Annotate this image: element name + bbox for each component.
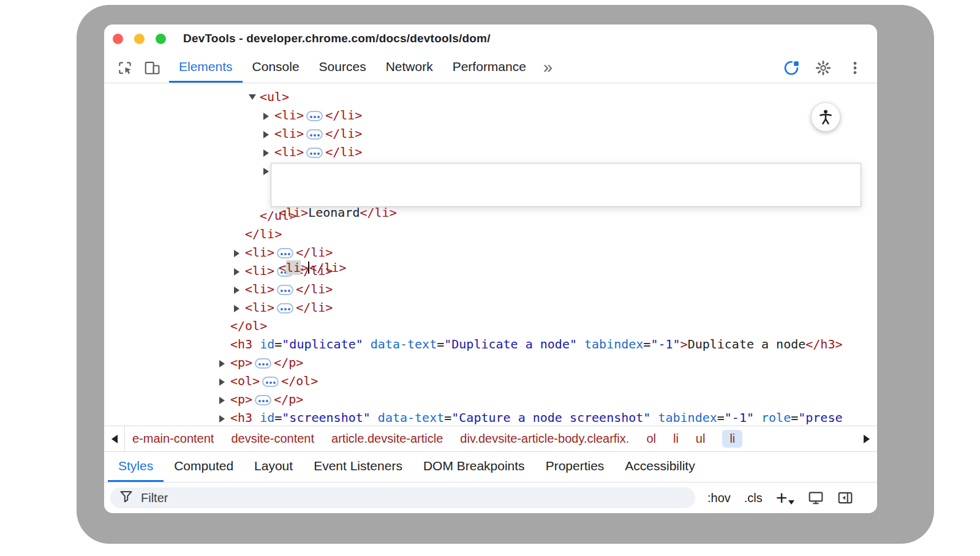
ellipsis-expand-icon[interactable] <box>255 395 271 405</box>
toggle-sidebar-icon[interactable] <box>837 490 853 506</box>
disclosure-right-icon[interactable] <box>219 408 230 426</box>
sidebar-tab-strip: StylesComputedLayoutEvent ListenersDOM B… <box>104 451 877 482</box>
breadcrumb-scroll-right-icon[interactable] <box>856 426 877 451</box>
breadcrumb-item[interactable]: devsite-content <box>231 432 314 446</box>
sidebar-tab-properties[interactable]: Properties <box>535 452 615 482</box>
dom-tree-row[interactable]: <li></li> <box>104 124 877 143</box>
dom-tree-row[interactable]: <li></li> <box>104 143 877 161</box>
element-classes-button[interactable]: .cls <box>744 491 763 505</box>
ellipsis-expand-icon[interactable] <box>306 129 323 140</box>
tab-performance[interactable]: Performance <box>443 53 536 83</box>
ellipsis-expand-icon[interactable] <box>255 358 271 369</box>
dom-tree-row[interactable]: </ol> <box>104 317 877 335</box>
tab-elements[interactable]: Elements <box>169 53 243 83</box>
kebab-menu-icon[interactable] <box>843 56 867 80</box>
breadcrumb-bar: e-main-contentdevsite-contentarticle.dev… <box>104 426 877 451</box>
dom-tree-row[interactable]: <li></li> <box>104 106 877 124</box>
ellipsis-expand-icon[interactable] <box>306 148 323 158</box>
new-style-rule-plus-icon[interactable]: + <box>776 490 794 506</box>
more-tabs-icon[interactable]: » <box>536 58 560 77</box>
breadcrumb-scroll-left-icon[interactable] <box>104 426 125 451</box>
dom-tree-row[interactable]: <p></p> <box>104 353 877 372</box>
filter-funnel-icon <box>119 489 134 506</box>
sidebar-tab-styles[interactable]: Styles <box>108 452 164 482</box>
breadcrumb-item[interactable]: article.devsite-article <box>331 432 443 446</box>
devtools-window: DevTools - developer.chrome.com/docs/dev… <box>104 24 877 513</box>
toolbar-right-group <box>779 53 877 83</box>
elements-panel: <ul><li></li><li></li><li></li></ul></li… <box>104 83 877 426</box>
device-frame: DevTools - developer.chrome.com/docs/dev… <box>77 5 934 544</box>
zoom-window-button[interactable] <box>156 34 166 44</box>
editor-line-1: <li>Leonard</li> <box>279 203 853 222</box>
settings-gear-icon[interactable] <box>811 56 835 80</box>
sidebar-tab-dom-breakpoints[interactable]: DOM Breakpoints <box>413 452 535 482</box>
breadcrumb-item[interactable]: e-main-content <box>132 432 214 446</box>
device-toolbar-icon[interactable] <box>138 53 165 83</box>
inspect-icon[interactable] <box>111 53 138 83</box>
editor-line-2: <li></li> <box>279 258 853 277</box>
breadcrumb-item[interactable]: ol <box>646 432 656 446</box>
disclosure-right-icon[interactable] <box>263 124 274 143</box>
dom-tree-row[interactable]: <ul> <box>104 88 877 106</box>
close-window-button[interactable] <box>113 34 123 44</box>
main-toolbar: ElementsConsoleSourcesNetworkPerformance… <box>104 53 877 83</box>
styles-filter-bar: Filter :hov .cls + <box>104 482 877 513</box>
edit-as-html-box[interactable]: <li>Leonard</li> <li></li> <box>271 163 861 207</box>
tab-sources[interactable]: Sources <box>309 53 376 83</box>
styles-filter-input[interactable]: Filter <box>110 487 695 508</box>
sidebar-tab-event-listeners[interactable]: Event Listeners <box>303 452 413 482</box>
accessibility-person-icon[interactable] <box>811 102 840 132</box>
dom-tree-row[interactable]: <ol></ol> <box>104 372 877 390</box>
breadcrumb-item[interactable]: li <box>722 430 742 448</box>
breadcrumb-item[interactable]: div.devsite-article-body.clearfix. <box>460 432 629 446</box>
toggle-element-state-button[interactable]: :hov <box>707 491 731 505</box>
panel-tab-strip: ElementsConsoleSourcesNetworkPerformance <box>169 53 536 83</box>
titlebar: DevTools - developer.chrome.com/docs/dev… <box>104 24 877 53</box>
disclosure-right-icon[interactable] <box>219 353 230 372</box>
filter-placeholder: Filter <box>141 491 168 505</box>
tab-console[interactable]: Console <box>243 53 309 83</box>
tab-network[interactable]: Network <box>376 53 443 83</box>
disclosure-right-icon[interactable] <box>234 243 245 261</box>
disclosure-right-icon[interactable] <box>234 261 245 280</box>
filter-bar-right-group: :hov .cls + <box>707 490 853 506</box>
window-controls <box>113 34 166 44</box>
breadcrumb: e-main-contentdevsite-contentarticle.dev… <box>125 430 856 448</box>
rendering-monitor-icon[interactable] <box>808 490 824 506</box>
window-title: DevTools - developer.chrome.com/docs/dev… <box>183 32 491 45</box>
circle-cursor-icon[interactable] <box>779 56 804 80</box>
ellipsis-expand-icon[interactable] <box>262 377 279 387</box>
disclosure-right-icon[interactable] <box>263 106 274 124</box>
disclosure-right-icon[interactable] <box>219 372 230 390</box>
ellipsis-expand-icon[interactable] <box>306 111 323 121</box>
disclosure-right-icon[interactable] <box>263 143 274 161</box>
breadcrumb-item[interactable]: ul <box>696 432 706 446</box>
disclosure-down-icon[interactable] <box>249 88 260 106</box>
sidebar-tab-computed[interactable]: Computed <box>164 452 244 482</box>
minimize-window-button[interactable] <box>134 34 145 44</box>
disclosure-right-icon[interactable] <box>219 390 230 408</box>
breadcrumb-item[interactable]: li <box>673 432 679 446</box>
sidebar-tab-accessibility[interactable]: Accessibility <box>614 452 705 482</box>
dom-tree-row[interactable]: <h3 id="screenshot" data-text="Capture a… <box>104 408 877 426</box>
dom-tree-row[interactable]: <p></p> <box>104 390 877 408</box>
disclosure-right-icon[interactable] <box>234 298 245 317</box>
sidebar-tab-layout[interactable]: Layout <box>244 452 303 482</box>
disclosure-right-icon[interactable] <box>234 280 245 298</box>
dom-tree-row[interactable]: <h3 id="duplicate" data-text="Duplicate … <box>104 335 877 353</box>
